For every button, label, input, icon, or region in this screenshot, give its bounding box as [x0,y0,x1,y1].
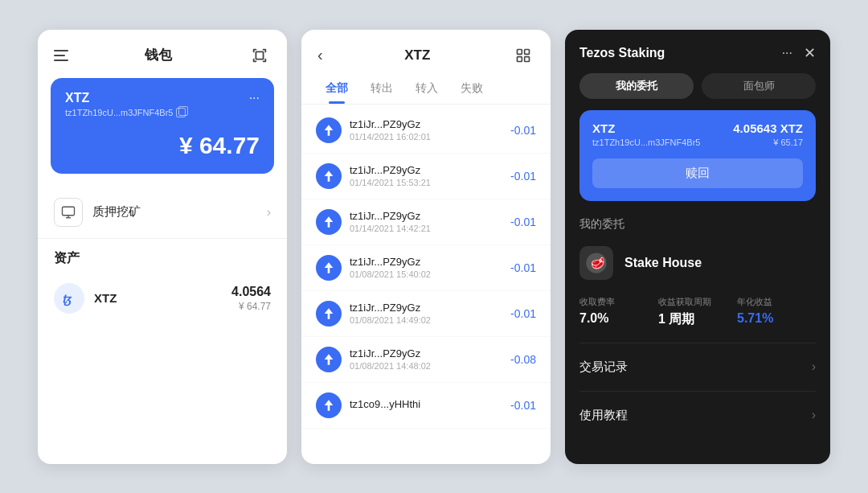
wallet-panel: 钱包 XTZ ··· tz1TZh19cU...m3JFNF4Br5 [38,30,287,464]
asset-row[interactable]: ꜩ XTZ 4.0564 ¥ 64.77 [38,273,287,323]
txn-date-0: 01/14/2021 16:02:01 [350,132,510,142]
asset-fiat: ¥ 64.77 [231,301,271,312]
chevron-right-icon: › [267,205,271,220]
txn-item[interactable]: tz1iJr...PZ9yGz 01/14/2021 16:02:01 -0.0… [301,108,551,154]
txn-item[interactable]: tz1iJr...PZ9yGz 01/14/2021 15:53:21 -0.0… [301,154,551,199]
txn-record-row[interactable]: 交易记录 › [565,347,830,388]
chevron-right-icon: › [812,408,816,422]
txn-tabs: 全部 转出 转入 失败 [301,75,551,105]
staking-tab-my[interactable]: 我的委托 [579,73,694,99]
txn-info-4: tz1iJr...PZ9yGz 01/08/2021 14:49:02 [350,302,510,325]
txn-addr-1: tz1iJr...PZ9yGz [350,164,510,176]
copy-icon[interactable] [176,108,186,117]
svg-rect-6 [525,49,530,54]
tab-out[interactable]: 转出 [359,75,404,104]
tab-in[interactable]: 转入 [404,75,449,104]
staking-card-fiat: ¥ 65.17 [733,138,803,147]
txn-item[interactable]: tz1co9...yHHthi -0.01 [301,383,551,429]
txn-icon-4 [316,301,342,327]
txn-addr-2: tz1iJr...PZ9yGz [350,210,510,222]
staking-panel: Tezos Staking ··· ✕ 我的委托 面包师 XTZ tz1TZh1… [565,30,830,464]
txn-item[interactable]: tz1iJr...PZ9yGz 01/08/2021 14:49:02 -0.0… [301,291,551,337]
wallet-header: 钱包 [38,30,287,78]
staking-title: Tezos Staking [579,46,665,60]
assets-title: 资产 [38,239,287,273]
tab-fail[interactable]: 失败 [449,75,494,104]
menu-icon[interactable] [54,50,68,61]
txn-date-1: 01/14/2021 15:53:21 [350,178,510,187]
svg-rect-1 [63,207,75,216]
staking-card-right: 4.05643 XTZ ¥ 65.17 [733,121,803,147]
txn-date-4: 01/08/2021 14:49:02 [350,315,510,325]
staking-stat-2: 年化收益 5.71% [737,296,816,328]
txn-info-2: tz1iJr...PZ9yGz 01/14/2021 14:42:21 [350,210,510,233]
tutorial-label: 使用教程 [579,408,628,423]
txn-addr-0: tz1iJr...PZ9yGz [350,118,510,130]
stake-house-name: Stake House [624,256,702,270]
txn-icon-2 [316,209,342,235]
txn-record-label: 交易记录 [579,359,628,375]
staking-stat-value-2: 5.71% [737,311,816,326]
wallet-more-btn[interactable]: ··· [249,91,260,105]
txn-icon-5 [316,347,342,372]
chevron-right-icon: › [812,359,816,374]
close-icon[interactable]: ✕ [804,44,816,62]
txn-icon-1 [316,163,342,189]
mining-icon [54,198,83,227]
staking-card: XTZ tz1TZh19cU...m3JFNF4Br5 4.05643 XTZ … [579,110,816,201]
mining-label: 质押挖矿 [92,204,141,220]
txn-header: ‹ XTZ [301,30,551,75]
staking-card-balance: 4.05643 XTZ [733,121,803,135]
svg-rect-0 [256,51,263,59]
txn-date-2: 01/14/2021 14:42:21 [350,224,510,233]
staking-stat-label-0: 收取费率 [579,296,658,308]
staking-stat-1: 收益获取周期 1 周期 [658,296,737,328]
staking-stats: 收取费率 7.0% 收益获取周期 1 周期 年化收益 5.71% [565,291,830,339]
wallet-card-address: tz1TZh19cU...m3JFNF4Br5 [65,108,260,117]
txn-info-6: tz1co9...yHHthi [350,398,510,412]
txn-icon-6 [316,392,342,418]
staking-stat-label-2: 年化收益 [737,296,816,308]
svg-text:ꜩ: ꜩ [62,292,72,306]
staking-header: Tezos Staking ··· ✕ [565,30,830,73]
panels-container: 钱包 XTZ ··· tz1TZh19cU...m3JFNF4Br5 [6,6,862,488]
txn-menu-icon[interactable] [512,44,534,67]
staking-stat-value-0: 7.0% [579,311,658,326]
staking-tab-baker[interactable]: 面包师 [702,73,816,99]
scan-icon[interactable] [248,44,271,67]
more-icon[interactable]: ··· [782,46,792,60]
staking-card-left: XTZ tz1TZh19cU...m3JFNF4Br5 [592,121,700,147]
txn-title: XTZ [404,47,430,64]
divider-1 [579,343,816,343]
tutorial-row[interactable]: 使用教程 › [565,395,830,436]
txn-amount-1: -0.01 [510,170,536,183]
txn-addr-3: tz1iJr...PZ9yGz [350,256,510,268]
staking-stat-label-1: 收益获取周期 [658,296,737,308]
wallet-card[interactable]: XTZ ··· tz1TZh19cU...m3JFNF4Br5 ¥ 64.77 [51,78,274,174]
mining-row[interactable]: 质押挖矿 › [38,187,287,239]
svg-text:🥩: 🥩 [591,256,605,269]
stake-house-avatar: 🥩 [579,246,613,280]
txn-list: tz1iJr...PZ9yGz 01/14/2021 16:02:01 -0.0… [301,108,551,429]
staking-header-icons: ··· ✕ [782,44,816,62]
back-btn[interactable]: ‹ [317,46,323,64]
staking-stat-value-1: 1 周期 [658,311,737,328]
asset-name: XTZ [94,291,117,305]
staking-tabs: 我的委托 面包师 [579,73,816,99]
txn-item[interactable]: tz1iJr...PZ9yGz 01/08/2021 14:48:02 -0.0… [301,337,551,383]
txn-icon-3 [316,255,342,281]
redeem-btn[interactable]: 赎回 [592,158,803,188]
wallet-card-top: XTZ ··· [65,91,260,105]
txn-item[interactable]: tz1iJr...PZ9yGz 01/08/2021 15:40:02 -0.0… [301,245,551,291]
svg-rect-7 [518,56,522,61]
txn-addr-5: tz1iJr...PZ9yGz [350,347,510,359]
txn-amount-0: -0.01 [510,124,536,137]
staking-stat-0: 收取费率 7.0% [579,296,658,328]
xtz-icon: ꜩ [54,283,84,314]
tab-all[interactable]: 全部 [314,75,359,104]
txn-item[interactable]: tz1iJr...PZ9yGz 01/14/2021 14:42:21 -0.0… [301,199,551,245]
txn-amount-3: -0.01 [510,261,536,274]
txn-addr-4: tz1iJr...PZ9yGz [350,302,510,314]
txn-amount-6: -0.01 [510,399,536,412]
svg-rect-8 [525,56,530,61]
